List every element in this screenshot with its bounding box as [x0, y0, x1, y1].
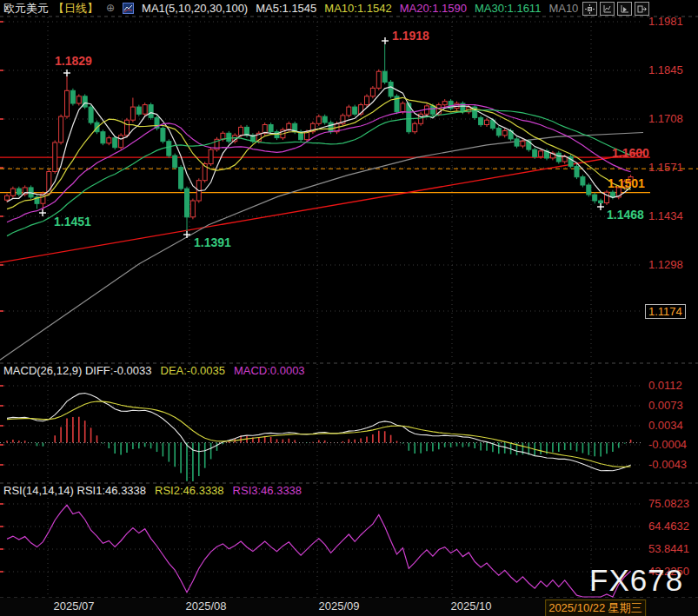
rsi-params: RSI(14,14,14) RSI1:46.3338 — [3, 484, 146, 497]
macd-axis-label: 0.0112 — [648, 379, 682, 392]
price-axis-label: 1.1845 — [648, 63, 683, 76]
date-axis: 2025/072025/082025/092025/102025/10/22 星… — [0, 598, 698, 616]
rsi-axis-label: 75.0823 — [648, 497, 689, 510]
watermark: FX678 — [589, 563, 683, 598]
ma20-value: MA20:1.1590 — [400, 0, 467, 17]
macd-value: MACD:0.0003 — [234, 364, 305, 377]
macd-params: MACD(26,12,9) DIFF:-0.0033 — [3, 364, 152, 377]
trading-terminal: 欧元美元 【日线】 ⊕ MA1(5,10,20,30,100) MA5:1.15… — [0, 0, 698, 616]
price-annotation: 1.1829 — [55, 54, 92, 68]
macd-header: MACD(26,12,9) DIFF:-0.0033 DEA:-0.0035 M… — [3, 364, 305, 377]
macd-axis-label: 0.0034 — [648, 419, 683, 432]
date-label: 2025/08 — [186, 599, 227, 613]
rsi2-value: RSI2:46.3338 — [155, 484, 224, 497]
zoom-axis-icon[interactable] — [600, 2, 615, 16]
rsi-header: RSI(14,14,14) RSI1:46.3338 RSI2:46.3338 … — [3, 484, 302, 497]
play-axis-icon[interactable] — [617, 2, 632, 16]
date-label: 2025/09 — [319, 599, 360, 613]
macd-axis-label: -0.0004 — [648, 438, 687, 451]
price-annotation: 1.1468 — [607, 208, 644, 222]
pan-icon[interactable] — [582, 2, 597, 16]
rsi-axis-label: 53.8441 — [648, 542, 689, 555]
price-annotation: 1.1391 — [194, 235, 231, 249]
macd-axis-label: -0.0043 — [648, 458, 687, 471]
price-annotation: 1.1918 — [392, 29, 429, 43]
rsi-axis-label: 64.4632 — [648, 520, 689, 533]
mini-chart-icon[interactable] — [123, 3, 134, 14]
ma10-value: MA10:1.1542 — [324, 0, 391, 17]
price-annotation: 1.1451 — [54, 215, 91, 229]
price-axis-label: 1.1434 — [648, 209, 683, 222]
chart-canvas[interactable] — [0, 0, 698, 616]
price-axis-label: 1.1571 — [648, 161, 683, 174]
date-label-current: 2025/10/22 星期三 — [545, 599, 646, 616]
macd-dea-value: DEA:-0.0035 — [161, 364, 225, 377]
price-annotation: 1.1501 — [608, 176, 645, 190]
next-page-icon[interactable] — [635, 2, 649, 16]
timeframe-label: 【日线】 — [53, 0, 98, 17]
date-label: 2025/10 — [451, 599, 492, 613]
rsi3-value: RSI3:46.3338 — [233, 484, 302, 497]
ma30-value: MA30:1.1611 — [475, 0, 541, 17]
price-axis-label: 1.1174 — [645, 304, 686, 319]
price-axis-label: 1.1298 — [648, 258, 683, 271]
ma5-value: MA5:1.1545 — [256, 0, 316, 17]
symbol-name: 欧元美元 — [3, 0, 49, 17]
ma-settings-label: MA1(5,10,20,30,100) — [142, 0, 248, 17]
price-axis-label: 1.1708 — [648, 112, 683, 125]
chart-toolbar — [582, 2, 649, 16]
circle-plus-icon[interactable]: ⊕ — [106, 0, 115, 17]
macd-axis-label: 0.0073 — [648, 399, 683, 412]
ma100-label: MA10 — [548, 0, 578, 17]
date-label: 2025/07 — [54, 599, 95, 613]
price-annotation: 1.1600 — [612, 146, 649, 160]
price-axis-label: 1.1981 — [648, 15, 683, 28]
